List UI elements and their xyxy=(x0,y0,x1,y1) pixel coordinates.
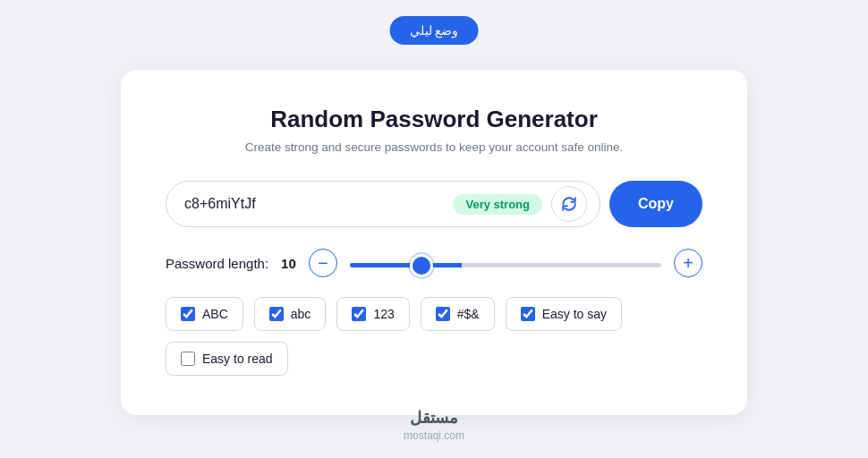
checkbox-easy-say[interactable]: Easy to say xyxy=(506,297,622,331)
checkbox-abc-lower-input[interactable] xyxy=(269,307,284,321)
refresh-button[interactable] xyxy=(551,186,587,222)
checkbox-easy-say-input[interactable] xyxy=(521,307,535,321)
refresh-icon xyxy=(561,196,577,212)
card-subtitle: Create strong and secure passwords to ke… xyxy=(166,140,702,154)
checkbox-symbols[interactable]: #$& xyxy=(421,297,495,331)
password-input[interactable] xyxy=(184,196,444,212)
checkbox-easy-read-input[interactable] xyxy=(181,352,195,366)
checkbox-numbers-input[interactable] xyxy=(352,307,366,321)
watermark: مستقل mostaqi.com xyxy=(404,408,464,442)
watermark-latin: mostaqi.com xyxy=(404,429,464,442)
checkbox-abc-lower[interactable]: abc xyxy=(254,297,327,331)
length-value: 10 xyxy=(281,256,296,271)
checkbox-easy-say-label: Easy to say xyxy=(542,307,607,321)
checkbox-easy-read[interactable]: Easy to read xyxy=(166,342,288,376)
password-row: Very strong Copy xyxy=(166,181,702,227)
password-generator-card: Random Password Generator Create strong … xyxy=(121,70,747,415)
checkbox-symbols-label: #$& xyxy=(457,307,480,321)
slider-wrap xyxy=(350,255,661,271)
checkbox-abc-lower-label: abc xyxy=(291,307,311,321)
checkbox-numbers-label: 123 xyxy=(373,307,394,321)
checkbox-abc-upper[interactable]: ABC xyxy=(166,297,243,331)
length-slider[interactable] xyxy=(350,263,661,267)
watermark-arabic: مستقل xyxy=(404,408,464,428)
checkbox-abc-upper-label: ABC xyxy=(202,307,228,321)
checkbox-symbols-input[interactable] xyxy=(436,307,450,321)
length-label: Password length: xyxy=(166,256,268,271)
checkbox-numbers[interactable]: 123 xyxy=(336,297,409,331)
decrement-button[interactable]: − xyxy=(309,249,337,277)
checkboxes-row: ABC abc 123 #$& Easy to say Easy to read xyxy=(166,297,702,376)
length-row: Password length: 10 − + xyxy=(166,249,702,277)
strength-badge: Very strong xyxy=(453,194,542,215)
card-title: Random Password Generator xyxy=(166,106,702,133)
night-mode-button[interactable]: وضع ليلي xyxy=(390,16,479,45)
copy-button[interactable]: Copy xyxy=(609,181,702,227)
checkbox-easy-read-label: Easy to read xyxy=(202,352,273,366)
password-input-wrap: Very strong xyxy=(166,181,600,227)
increment-button[interactable]: + xyxy=(674,249,702,277)
checkbox-abc-upper-input[interactable] xyxy=(181,307,195,321)
